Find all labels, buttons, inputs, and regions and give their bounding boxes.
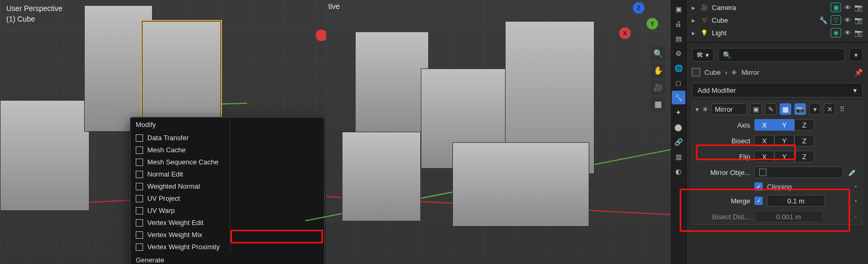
object-icon bbox=[692, 68, 700, 76]
extras-dots-icon[interactable]: ⠿ bbox=[839, 105, 846, 113]
viewport-right[interactable]: tive Z Y X 🔍 ✋ 🎥 ▦ bbox=[326, 0, 671, 264]
nav-gizmo-x[interactable] bbox=[316, 30, 327, 41]
menu-item-vertex-weight-edit[interactable]: Vertex Weight Edit bbox=[130, 217, 230, 229]
pan-hand-icon[interactable]: ✋ bbox=[651, 63, 665, 78]
flip-x-button[interactable]: X bbox=[754, 151, 774, 162]
animate-dot-icon[interactable]: • bbox=[854, 197, 857, 205]
animate-dot-icon[interactable]: • bbox=[854, 213, 857, 221]
outliner-item-camera[interactable]: ▸ 🎥 Camera ▣ 👁 📷 bbox=[690, 1, 865, 14]
menu-item-mesh-cache[interactable]: Mesh Cache bbox=[130, 144, 230, 156]
menu-item-vertex-weight-proximity[interactable]: Vertex Weight Proximity bbox=[130, 241, 230, 253]
collapse-tri-icon[interactable]: ▾ bbox=[695, 105, 699, 113]
outliner-item-light[interactable]: ▸ 💡 Light ◉ 👁 📷 bbox=[690, 26, 865, 39]
breadcrumb: Cube › ✳ Mirror 📌 bbox=[687, 65, 868, 80]
object-data-icon[interactable]: ◉ bbox=[831, 28, 841, 37]
mesh-face bbox=[342, 132, 421, 221]
tab-physics-icon[interactable]: ⬤ bbox=[672, 120, 685, 134]
visibility-eye-icon[interactable]: 👁 bbox=[844, 29, 851, 37]
tab-constraints-icon[interactable]: 🔗 bbox=[672, 135, 685, 149]
merge-checkbox[interactable]: ✓ bbox=[754, 197, 763, 205]
viewport-object: (1) Cube bbox=[6, 15, 35, 23]
outliner-item-cube[interactable]: ▸ ▽ Cube 🔧 ▽ 👁 📷 bbox=[690, 14, 865, 26]
menu-item-uv-project[interactable]: UV Project bbox=[130, 192, 230, 204]
expand-tri-icon[interactable]: ▸ bbox=[692, 4, 697, 12]
toggle-render-icon[interactable]: 📷 bbox=[794, 103, 806, 115]
axis-segmented: X Y Z bbox=[754, 119, 814, 131]
animate-dot-icon[interactable]: • bbox=[854, 183, 857, 191]
clipping-checkbox[interactable]: ✓ bbox=[754, 182, 763, 191]
tab-scene-icon[interactable]: ⚙ bbox=[672, 46, 685, 60]
menu-item-weighted-normal[interactable]: Weighted Normal bbox=[130, 180, 230, 192]
clipping-label: Clipping bbox=[767, 183, 792, 191]
merge-value-field[interactable]: 0.1 m bbox=[767, 195, 825, 207]
viewport-info: User Perspective (1) Cube bbox=[6, 3, 63, 24]
modifier-name-field[interactable]: Mirror bbox=[711, 103, 747, 115]
visibility-eye-icon[interactable]: 👁 bbox=[844, 16, 851, 24]
render-camera-icon[interactable]: 📷 bbox=[854, 29, 863, 37]
toggle-realtime-icon[interactable]: ▣ bbox=[750, 103, 762, 115]
axis-x-button[interactable]: X bbox=[754, 119, 774, 131]
tab-render-icon[interactable]: ▣ bbox=[672, 2, 685, 16]
bisect-y-button[interactable]: Y bbox=[774, 135, 794, 146]
breadcrumb-object[interactable]: Cube bbox=[704, 69, 721, 76]
tab-data-icon[interactable]: ▥ bbox=[672, 150, 685, 163]
viewport-left[interactable]: User Perspective (1) Cube Modify Data Tr… bbox=[0, 0, 326, 264]
light-icon: 💡 bbox=[700, 28, 709, 37]
apply-dropdown-icon[interactable]: ▾ bbox=[809, 103, 821, 115]
render-camera-icon[interactable]: 📷 bbox=[854, 4, 863, 12]
bisect-z-button[interactable]: Z bbox=[794, 135, 814, 146]
nav-gizmo-y[interactable]: Y bbox=[647, 18, 658, 30]
pin-icon[interactable]: 📌 bbox=[854, 69, 863, 76]
nav-gizmo-z[interactable]: Z bbox=[633, 2, 644, 14]
tab-material-icon[interactable]: ◐ bbox=[672, 164, 685, 178]
tab-viewlayer-icon[interactable]: ▤ bbox=[672, 32, 685, 45]
zoom-icon[interactable]: 🔍 bbox=[651, 46, 665, 61]
toggle-cage-icon[interactable]: ▦ bbox=[780, 103, 791, 115]
expand-tri-icon[interactable]: ▸ bbox=[692, 16, 697, 24]
chevron-down-icon: ▾ bbox=[705, 51, 709, 59]
properties-search[interactable]: 🔍 bbox=[718, 48, 845, 62]
render-camera-icon[interactable]: 📷 bbox=[854, 16, 863, 24]
delete-modifier-icon[interactable]: ✕ bbox=[824, 103, 835, 115]
chevron-down-icon: ▾ bbox=[854, 51, 858, 59]
flip-label: Flip bbox=[698, 153, 750, 161]
nav-gizmo[interactable]: Z Y X bbox=[618, 2, 659, 43]
outliner[interactable]: ▸ 🎥 Camera ▣ 👁 📷 ▸ ▽ Cube 🔧 ▽ 👁 📷 bbox=[687, 0, 868, 40]
modifier-mirror-panel: ▾ ✳ Mirror ▣ ✎ ▦ 📷 ▾ ✕ ⠿ Axis X Y Z bbox=[692, 101, 863, 225]
add-modifier-dropdown[interactable]: Add Modifier ▾ bbox=[692, 83, 863, 97]
flip-z-button[interactable]: Z bbox=[794, 151, 814, 162]
bisect-x-button[interactable]: X bbox=[754, 135, 774, 146]
mesh-face bbox=[0, 100, 89, 211]
menu-item-normal-edit[interactable]: Normal Edit bbox=[130, 168, 230, 180]
menu-item-uv-warp[interactable]: UV Warp bbox=[130, 204, 230, 217]
nav-gizmo-x[interactable]: X bbox=[619, 27, 631, 39]
options-dropdown[interactable]: ▾ bbox=[849, 48, 863, 62]
perspective-toggle-icon[interactable]: ▦ bbox=[651, 97, 665, 112]
tab-world-icon[interactable]: 🌐 bbox=[672, 61, 685, 75]
menu-item-vertex-weight-mix[interactable]: Vertex Weight Mix bbox=[130, 229, 230, 241]
camera-view-icon[interactable]: 🎥 bbox=[651, 80, 665, 95]
tab-object-icon[interactable]: ◻ bbox=[672, 76, 685, 90]
object-data-icon[interactable]: ▣ bbox=[831, 3, 841, 12]
visibility-eye-icon[interactable]: 👁 bbox=[844, 4, 851, 12]
flip-y-button[interactable]: Y bbox=[774, 151, 794, 162]
tab-output-icon[interactable]: 🖨 bbox=[672, 17, 685, 31]
breadcrumb-modifier[interactable]: Mirror bbox=[741, 69, 759, 76]
tab-modifiers-icon[interactable]: 🔧 bbox=[672, 91, 685, 104]
object-data-icon[interactable]: ▽ bbox=[831, 15, 841, 25]
menu-item-data-transfer[interactable]: Data Transfer bbox=[130, 132, 230, 144]
bisect-dist-field[interactable]: 0.001 m bbox=[754, 211, 823, 222]
add-modifier-menu[interactable]: Modify Data Transfer Mesh Cache Mesh Seq… bbox=[130, 117, 325, 264]
eyedropper-icon[interactable]: 💉 bbox=[847, 168, 857, 177]
chevron-right-icon: › bbox=[725, 69, 727, 76]
bisect-dist-label: Bisect Dist... bbox=[698, 213, 750, 221]
mirror-object-field[interactable] bbox=[754, 167, 843, 178]
editor-type-dropdown[interactable]: 🛠▾ bbox=[692, 48, 714, 62]
expand-tri-icon[interactable]: ▸ bbox=[692, 29, 697, 37]
search-input[interactable] bbox=[734, 51, 840, 59]
axis-y-button[interactable]: Y bbox=[774, 119, 794, 131]
menu-item-mesh-sequence-cache[interactable]: Mesh Sequence Cache bbox=[130, 156, 230, 168]
toggle-editmode-icon[interactable]: ✎ bbox=[765, 103, 776, 115]
tab-particles-icon[interactable]: ✦ bbox=[672, 105, 685, 119]
axis-z-button[interactable]: Z bbox=[794, 119, 814, 131]
